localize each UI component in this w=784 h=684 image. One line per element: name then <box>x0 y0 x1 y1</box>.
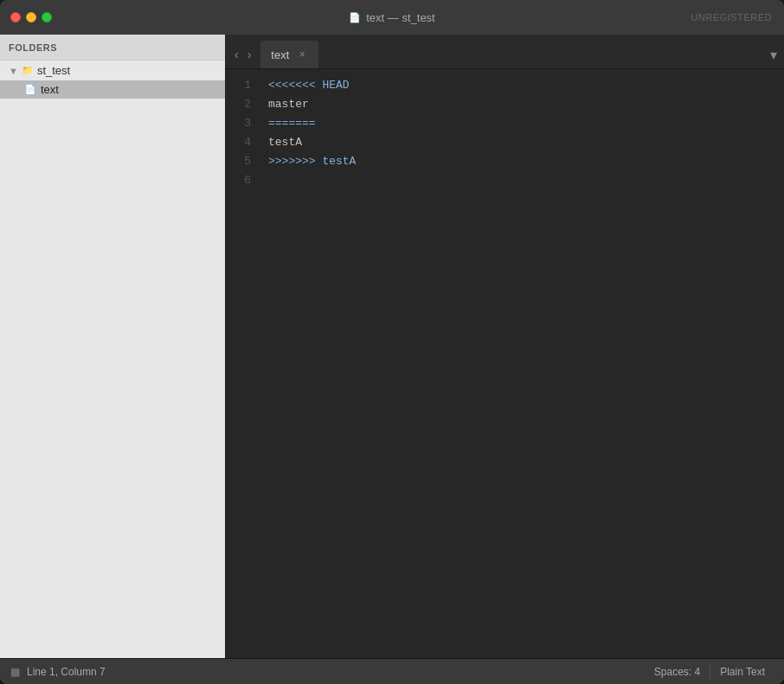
tab-options-button[interactable]: ▾ <box>770 47 777 63</box>
status-bar: ▦ Line 1, Column 7 Spaces: 4 Plain Text <box>0 658 784 684</box>
titlebar-text: text — st_test <box>366 11 434 24</box>
line-number: 5 <box>244 152 251 171</box>
line-number: 1 <box>244 76 251 95</box>
code-content[interactable]: <<<<<<< HEADmaster=======testA>>>>>>> te… <box>260 69 784 658</box>
file-item-name: text <box>41 83 59 96</box>
close-button[interactable] <box>10 12 21 22</box>
status-divider <box>710 665 710 679</box>
sidebar-header: FOLDERS <box>0 35 225 61</box>
status-icon: ▦ <box>10 666 20 678</box>
code-line <box>268 171 784 190</box>
traffic-lights <box>10 12 52 22</box>
folder-icon: 📁 <box>22 65 34 76</box>
file-item-icon: 📄 <box>24 84 36 95</box>
tab-label: text <box>271 48 289 61</box>
unregistered-label: UNREGISTERED <box>691 12 772 22</box>
main-content: FOLDERS ▼ 📁 st_test 📄 text ‹ › text <box>0 35 784 658</box>
line-number: 3 <box>244 114 251 133</box>
line-number: 4 <box>244 133 251 152</box>
editor-tab[interactable]: text × <box>260 41 318 68</box>
line-numbers: 123456 <box>225 69 260 658</box>
titlebar: 📄 text — st_test UNREGISTERED <box>0 0 784 35</box>
syntax-label[interactable]: Plain Text <box>711 666 774 678</box>
status-right: Spaces: 4 Plain Text <box>646 665 774 679</box>
minimize-button[interactable] <box>26 12 36 22</box>
code-editor[interactable]: 123456 <<<<<<< HEADmaster=======testA>>>… <box>225 69 784 658</box>
nav-arrows: ‹ › <box>232 46 254 63</box>
nav-forward-button[interactable]: › <box>245 46 254 63</box>
cursor-position: Line 1, Column 7 <box>27 666 106 678</box>
code-line: master <box>268 95 784 114</box>
code-line: testA <box>268 133 784 152</box>
titlebar-title: 📄 text — st_test <box>349 11 434 24</box>
line-number: 6 <box>244 171 251 190</box>
folder-item[interactable]: ▼ 📁 st_test <box>0 61 225 80</box>
file-item[interactable]: 📄 text <box>0 80 225 99</box>
line-number: 2 <box>244 95 251 114</box>
spaces-setting[interactable]: Spaces: 4 <box>646 666 709 678</box>
folders-label: FOLDERS <box>9 42 57 53</box>
code-line: ======= <box>268 114 784 133</box>
maximize-button[interactable] <box>42 12 52 22</box>
status-left: ▦ Line 1, Column 7 <box>10 666 106 678</box>
tab-close-button[interactable]: × <box>296 48 308 61</box>
nav-back-button[interactable]: ‹ <box>232 46 241 63</box>
sidebar: FOLDERS ▼ 📁 st_test 📄 text <box>0 35 225 658</box>
folder-name: st_test <box>37 64 70 77</box>
editor-area: ‹ › text × ▾ 123456 <<<<<<< HEADmaster==… <box>225 35 784 658</box>
code-line: >>>>>>> testA <box>268 152 784 171</box>
main-window: 📄 text — st_test UNREGISTERED FOLDERS ▼ … <box>0 0 784 684</box>
code-line: <<<<<<< HEAD <box>268 76 784 95</box>
folder-arrow-icon: ▼ <box>9 66 18 76</box>
tab-bar: ‹ › text × ▾ <box>225 35 784 69</box>
file-icon: 📄 <box>349 12 361 23</box>
